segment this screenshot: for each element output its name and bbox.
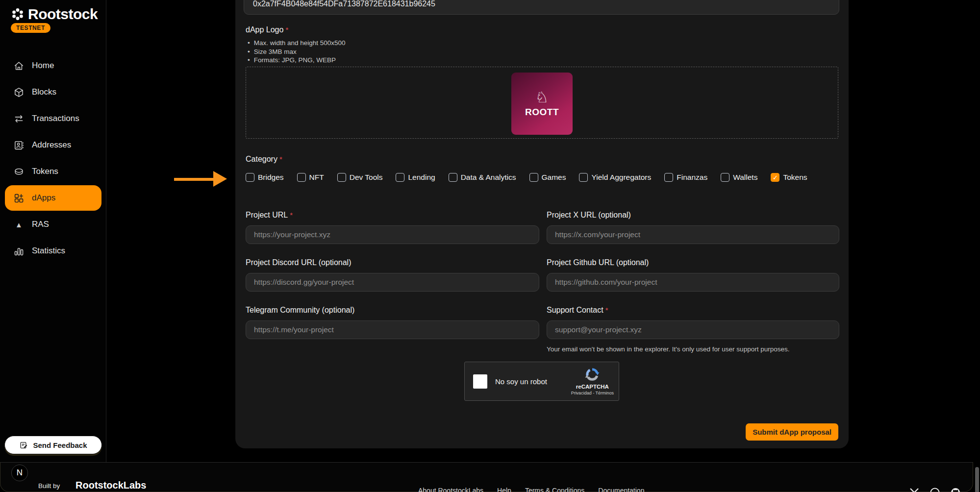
logo-requirement-item: Size 3MB max: [248, 48, 346, 56]
category-option-label: Tokens: [783, 173, 807, 182]
logo-preview-text: ROOTT: [525, 107, 559, 118]
recaptcha-checkbox[interactable]: [473, 374, 487, 389]
checkbox-unchecked[interactable]: [337, 173, 346, 182]
telegram-community-field: Telegram Community (optional): [246, 306, 539, 353]
rootstock-logo-icon: [11, 7, 25, 21]
knight-icon: ♘: [535, 90, 549, 105]
sidebar-item-addresses[interactable]: Addresses: [0, 132, 106, 158]
sidebar-item-home[interactable]: Home: [0, 52, 106, 79]
category-option-label: Wallets: [733, 173, 757, 182]
sidebar-item-blocks[interactable]: Blocks: [0, 79, 106, 105]
submit-dapp-proposal-button[interactable]: Submit dApp proposal: [746, 423, 838, 441]
brand[interactable]: Rootstock: [11, 6, 98, 23]
checkbox-unchecked[interactable]: [297, 173, 306, 182]
send-feedback-button[interactable]: Send Feedback: [4, 436, 102, 454]
rootstocklabs-link[interactable]: RootstockLabs: [75, 480, 146, 491]
checkbox-unchecked[interactable]: [246, 173, 254, 182]
support-contact-note: Your email won't be shown in the explore…: [547, 345, 839, 353]
x-social-icon[interactable]: [908, 487, 920, 492]
project-url-input[interactable]: [246, 225, 539, 244]
dapp-logo-label: dApp Logo*: [246, 25, 288, 34]
category-label-text: Category: [246, 155, 277, 163]
checkbox-unchecked[interactable]: [449, 173, 457, 182]
category-option-label: Data & Analytics: [461, 173, 516, 182]
brand-name: Rootstock: [28, 6, 98, 23]
category-option-wallets[interactable]: Wallets: [721, 173, 757, 182]
checkbox-unchecked[interactable]: [396, 173, 404, 182]
category-option-yield-aggregators[interactable]: Yield Aggregators: [579, 173, 651, 182]
required-asterisk: *: [279, 155, 282, 163]
checkbox-unchecked[interactable]: [529, 173, 538, 182]
project-github-url-label: Project Github URL (optional): [547, 258, 839, 267]
category-option-bridges[interactable]: Bridges: [246, 173, 284, 182]
recaptcha-widget: No soy un robot reCAPTCHA Privacidad - T…: [464, 362, 619, 401]
rootstock-explorer-page: Rootstock TESTNET Home Blocks Transacti: [0, 0, 980, 492]
sidebar-item-label: Blocks: [32, 87, 56, 97]
social-icons: [908, 487, 961, 492]
category-option-lending[interactable]: Lending: [396, 173, 435, 182]
contact-card-icon: [13, 140, 25, 151]
footer-link-terms[interactable]: Terms & Conditions: [525, 487, 584, 492]
sidebar-item-label: Statistics: [32, 246, 65, 256]
nextjs-badge-icon[interactable]: N: [11, 465, 28, 481]
project-discord-url-input[interactable]: [246, 273, 539, 292]
checkbox-unchecked[interactable]: [664, 173, 673, 182]
sidebar-item-transactions[interactable]: Transactions: [0, 105, 106, 132]
required-asterisk: *: [285, 25, 288, 34]
send-feedback-label: Send Feedback: [33, 441, 87, 449]
sidebar-item-dapps[interactable]: dApps: [5, 185, 101, 211]
support-contact-input[interactable]: [547, 320, 839, 339]
footer-link-help[interactable]: Help: [497, 487, 511, 492]
project-x-url-label: Project X URL (optional): [547, 211, 839, 220]
page-footer: N Built by RootstockLabs About Rootstock…: [0, 462, 973, 492]
telegram-community-input[interactable]: [246, 320, 539, 339]
field-label-text: Project URL: [246, 211, 288, 219]
sidebar-item-label: Tokens: [32, 167, 58, 176]
sidebar-item-label: Addresses: [32, 140, 71, 150]
scrollbar-thumb[interactable]: [975, 467, 979, 492]
testnet-badge: TESTNET: [11, 23, 50, 33]
project-github-url-input[interactable]: [547, 273, 839, 292]
logo-upload-dropzone[interactable]: ♘ ROOTT: [246, 67, 838, 139]
project-url-field: Project URL*: [246, 211, 539, 244]
checkbox-unchecked[interactable]: [579, 173, 588, 182]
support-contact-field: Support Contact* Your email won't be sho…: [547, 306, 839, 353]
dapp-proposal-form: dApp Logo* Max. width and height 500x500…: [235, 0, 849, 448]
category-option-label: Bridges: [258, 173, 284, 182]
recaptcha-label: No soy un robot: [495, 377, 547, 386]
footer-link-about[interactable]: About RootstockLabs: [418, 487, 483, 492]
footer-link-documentation[interactable]: Documentation: [598, 487, 644, 492]
category-option-games[interactable]: Games: [529, 173, 566, 182]
logo-preview: ♘ ROOTT: [511, 73, 573, 135]
bar-chart-icon: [13, 246, 25, 257]
category-option-data-analytics[interactable]: Data & Analytics: [449, 173, 516, 182]
sidebar-item-statistics[interactable]: Statistics: [0, 238, 106, 264]
sidebar-item-ras[interactable]: RAS: [0, 211, 106, 238]
field-label-text: Support Contact: [547, 306, 603, 314]
checkbox-unchecked[interactable]: [721, 173, 729, 182]
category-option-label: Dev Tools: [350, 173, 383, 182]
url-fields-grid: Project URL* Project X URL (optional) Pr…: [246, 211, 839, 367]
discord-social-icon[interactable]: [929, 487, 941, 492]
swap-arrows-icon: [13, 113, 25, 124]
telegram-community-label: Telegram Community (optional): [246, 306, 539, 315]
recaptcha-brand: reCAPTCHA: [576, 384, 609, 390]
recaptcha-links[interactable]: Privacidad - Términos: [571, 391, 614, 395]
contract-address-input[interactable]: [244, 0, 839, 15]
category-option-label: Yield Aggregators: [591, 173, 651, 182]
project-x-url-input[interactable]: [547, 225, 839, 244]
sidebar-item-tokens[interactable]: Tokens: [0, 158, 106, 185]
sidebar-nav: Home Blocks Transactions Addresses: [0, 52, 106, 264]
recaptcha-logo-icon: [584, 366, 601, 383]
dapp-logo-label-text: dApp Logo: [246, 25, 283, 34]
category-option-tokens[interactable]: Tokens: [771, 173, 807, 182]
category-option-nft[interactable]: NFT: [297, 173, 324, 182]
project-url-label: Project URL*: [246, 211, 539, 220]
home-icon: [13, 60, 25, 72]
checkbox-checked[interactable]: [771, 173, 779, 182]
support-contact-label: Support Contact*: [547, 306, 839, 315]
category-option-dev-tools[interactable]: Dev Tools: [337, 173, 383, 182]
github-social-icon[interactable]: [950, 487, 961, 492]
category-option-finanzas[interactable]: Finanzas: [664, 173, 707, 182]
feedback-pencil-icon: [19, 441, 28, 450]
